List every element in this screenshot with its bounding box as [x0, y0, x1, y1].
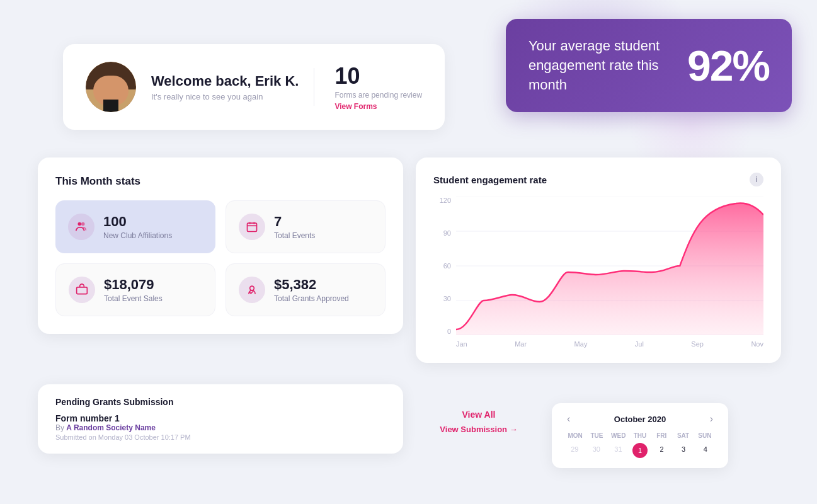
- stat-tile-grants: $5,382 Total Grants Approved: [226, 263, 386, 316]
- stat-num-sales: $18,079: [104, 277, 163, 293]
- svg-point-1: [81, 222, 85, 226]
- x-label-sep: Sep: [691, 340, 704, 348]
- day-name-wed: WED: [608, 432, 629, 439]
- calendar-title: October 2020: [614, 415, 666, 424]
- view-all-button[interactable]: View All: [416, 410, 542, 420]
- calendar-prev[interactable]: ‹: [564, 413, 573, 425]
- forms-pending: 10 Forms are pending review View Forms: [334, 63, 422, 111]
- view-submission-button[interactable]: View Submission →: [416, 425, 542, 434]
- x-label-jan: Jan: [456, 340, 467, 348]
- stat-info-events: 7 Total Events: [274, 214, 315, 240]
- day-name-fri: FRI: [651, 432, 672, 439]
- svg-rect-6: [77, 287, 88, 294]
- stats-grid: 100 New Club Affiliations 7 Total Event: [55, 200, 386, 316]
- chart-card: Student engagement rate i 0 30 60 90 120: [416, 158, 781, 363]
- cal-day-4[interactable]: 4: [695, 443, 716, 458]
- stat-label-grants: Total Grants Approved: [274, 294, 349, 303]
- grants-icon: [239, 277, 265, 303]
- calendar-day-names: MON TUE WED THU FRI SAT SUN: [564, 432, 716, 439]
- cal-day-3[interactable]: 3: [673, 443, 694, 458]
- stat-tile-events: 7 Total Events: [226, 200, 386, 253]
- svg-rect-2: [248, 223, 257, 231]
- calendar-next[interactable]: ›: [707, 413, 716, 425]
- calendar-days: 29 30 31 1 2 3 4: [564, 443, 716, 458]
- pending-form-name: Form number 1: [55, 413, 386, 423]
- calendar-card: ‹ October 2020 › MON TUE WED THU FRI SAT…: [552, 403, 728, 468]
- stat-info-affiliations: 100 New Club Affiliations: [103, 214, 172, 240]
- cal-day-30-prev[interactable]: 30: [586, 443, 607, 458]
- engagement-text: Your average student engagement rate thi…: [528, 37, 667, 94]
- cal-day-29-prev[interactable]: 29: [564, 443, 585, 458]
- x-label-may: May: [574, 340, 588, 348]
- card-divider: [314, 68, 314, 106]
- day-name-mon: MON: [564, 432, 586, 439]
- stats-title: This Month stats: [55, 175, 386, 188]
- calendar-header: ‹ October 2020 ›: [564, 413, 716, 425]
- stat-label-sales: Total Event Sales: [104, 294, 163, 303]
- cal-day-1[interactable]: 1: [632, 443, 648, 458]
- day-name-sat: SAT: [672, 432, 694, 439]
- stat-label-affiliations: New Club Affiliations: [103, 231, 172, 240]
- forms-label: Forms are pending review: [334, 91, 422, 100]
- y-label-90: 90: [433, 229, 451, 237]
- day-name-thu: THU: [629, 432, 651, 439]
- welcome-name: Welcome back, Erik K.: [151, 73, 299, 89]
- x-label-mar: Mar: [515, 340, 527, 348]
- stat-num-affiliations: 100: [103, 214, 172, 230]
- pending-title: Pending Grants Submission: [55, 397, 386, 407]
- stats-card: This Month stats 100 New Club Affiliatio…: [38, 158, 403, 334]
- svg-point-0: [78, 222, 82, 226]
- stat-info-sales: $18,079 Total Event Sales: [104, 277, 163, 303]
- y-label-60: 60: [433, 262, 451, 270]
- y-label-0: 0: [433, 328, 451, 335]
- avatar: [86, 62, 136, 112]
- stat-tile-sales: $18,079 Total Event Sales: [55, 263, 215, 316]
- sales-icon: [69, 277, 95, 303]
- cal-day-2[interactable]: 2: [651, 443, 672, 458]
- stat-info-grants: $5,382 Total Grants Approved: [274, 277, 349, 303]
- stat-num-events: 7: [274, 214, 315, 230]
- forms-count: 10: [334, 63, 422, 89]
- y-label-120: 120: [433, 197, 451, 204]
- chart-plot: [456, 197, 763, 335]
- view-all-section: View All View Submission →: [416, 403, 542, 434]
- day-name-tue: TUE: [586, 432, 607, 439]
- welcome-card: Welcome back, Erik K. It's really nice t…: [63, 44, 445, 130]
- pending-by: By A Random Society Name: [55, 423, 386, 432]
- chart-header: Student engagement rate i: [433, 173, 763, 186]
- affiliations-icon: [68, 214, 94, 240]
- day-name-sun: SUN: [694, 432, 716, 439]
- pending-date: Submitted on Monday 03 October 10:17 PM: [55, 433, 386, 441]
- y-axis: 0 30 60 90 120: [433, 197, 451, 335]
- stat-num-grants: $5,382: [274, 277, 349, 293]
- chart-title: Student engagement rate: [433, 175, 547, 185]
- info-icon[interactable]: i: [750, 173, 763, 186]
- view-forms-link[interactable]: View Forms: [334, 102, 422, 111]
- welcome-info: Welcome back, Erik K. It's really nice t…: [151, 73, 299, 101]
- x-label-nov: Nov: [751, 340, 763, 348]
- bottom-row: View All View Submission → ‹ October 202…: [416, 403, 728, 468]
- y-label-30: 30: [433, 295, 451, 302]
- cal-day-31-prev[interactable]: 31: [608, 443, 629, 458]
- welcome-subtitle: It's really nice to see you again: [151, 92, 299, 101]
- engagement-bubble: Your average student engagement rate thi…: [506, 19, 792, 112]
- engagement-percentage: 92%: [687, 41, 769, 90]
- chart-area: 0 30 60 90 120: [433, 197, 763, 335]
- x-axis: Jan Mar May Jul Sep Nov: [433, 340, 763, 348]
- pending-card: Pending Grants Submission Form number 1 …: [38, 384, 403, 454]
- stat-tile-affiliations: 100 New Club Affiliations: [55, 200, 215, 253]
- svg-point-7: [250, 286, 254, 290]
- stat-label-events: Total Events: [274, 231, 315, 240]
- x-label-jul: Jul: [635, 340, 644, 348]
- events-icon: [239, 214, 265, 240]
